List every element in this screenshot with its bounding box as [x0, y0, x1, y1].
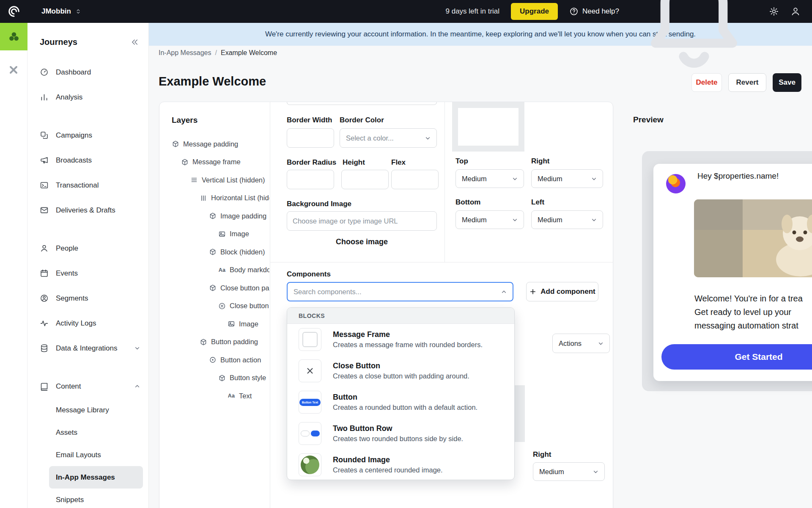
rail-secondary-app[interactable]	[8, 64, 19, 76]
padding-right-label: Right	[531, 157, 549, 166]
sidebar-item-deliveries-drafts[interactable]: Deliveries & Drafts	[27, 198, 148, 223]
megaphone-icon	[40, 156, 49, 165]
revert-button[interactable]: Revert	[728, 73, 766, 92]
layer-node-message-padding[interactable]: Message padding	[159, 135, 269, 153]
account-button[interactable]	[790, 6, 801, 17]
actions-select[interactable]: Actions	[552, 334, 610, 353]
app-logo[interactable]	[0, 0, 27, 23]
swirl-logo-icon	[8, 5, 20, 18]
sidebar-item-label: Activity Logs	[56, 319, 96, 328]
sidebar-item-people[interactable]: People	[27, 236, 148, 261]
database-icon	[40, 344, 49, 353]
padding-right-value: Medium	[538, 175, 562, 183]
actions-value: Actions	[559, 340, 582, 348]
bell-icon	[631, 0, 757, 75]
component-option-two-button-row[interactable]: Two Button Row Creates two rounded butto…	[287, 418, 514, 449]
columns-icon	[200, 194, 207, 202]
choose-image-button[interactable]: Choose image	[287, 237, 437, 246]
upgrade-button[interactable]: Upgrade	[511, 3, 558, 20]
border-radius-input[interactable]	[287, 170, 334, 189]
layer-label: Close button padding	[220, 284, 269, 292]
chevron-up-icon[interactable]	[500, 288, 508, 295]
component-option-button[interactable]: Button Text Button Creates a rounded but…	[287, 387, 514, 418]
add-component-button[interactable]: Add component	[526, 282, 598, 301]
add-component-label: Add component	[540, 287, 595, 296]
sidebar-item-label: Analysis	[56, 93, 82, 102]
component-option-rounded-image[interactable]: Rounded Image Creates a centered rounded…	[287, 449, 514, 480]
padding-right-select[interactable]: Medium	[531, 169, 603, 188]
layer-node-image[interactable]: Image	[159, 225, 269, 243]
sidebar-item-email-layouts[interactable]: Email Layouts	[49, 444, 143, 466]
padding-left-label: Left	[531, 198, 544, 207]
layer-node-message-frame[interactable]: Message frame	[159, 153, 269, 171]
save-button[interactable]: Save	[773, 73, 801, 92]
sidebar-item-assets[interactable]: Assets	[49, 421, 143, 444]
layer-node-text[interactable]: Aa Text	[159, 387, 269, 405]
box-icon	[209, 212, 217, 220]
padding-top-select[interactable]: Medium	[455, 169, 524, 188]
rail-journeys-app[interactable]	[0, 23, 27, 50]
border-width-input[interactable]	[287, 128, 334, 148]
workspace-switcher[interactable]: JMobbin	[41, 7, 82, 16]
terminal-icon	[40, 181, 49, 190]
sidebar-item-content[interactable]: Content	[27, 374, 148, 399]
height-input[interactable]	[341, 170, 389, 189]
sidebar-item-in-app-messages[interactable]: In-App Messages	[49, 466, 143, 489]
flex-input[interactable]	[391, 170, 439, 189]
component-option-close-button[interactable]: Close Button Creates a close button with…	[287, 355, 514, 387]
layer-node-button-action[interactable]: Button action	[159, 351, 269, 369]
header-actions: Delete Revert Save	[691, 73, 801, 92]
layer-node-image-2[interactable]: Image	[159, 315, 269, 333]
chevron-down-icon	[511, 175, 518, 182]
breadcrumb-in-app-messages[interactable]: In-App Messages	[159, 49, 211, 57]
layer-node-close-button-action[interactable]: Close button action	[159, 297, 269, 315]
sidebar-item-data-integrations[interactable]: Data & Integrations	[27, 336, 148, 361]
settings-gear-button[interactable]	[769, 6, 779, 17]
sidebar-item-dashboard[interactable]: Dashboard	[27, 60, 148, 85]
sidebar-item-segments[interactable]: Segments	[27, 286, 148, 311]
preview-message-card: Hey $properties.name! Welcome! You're in…	[653, 164, 812, 381]
sidebar-item-snippets[interactable]: Snippets	[49, 489, 143, 508]
background-image-label: Background Image	[287, 200, 351, 208]
text-icon: Aa	[218, 266, 226, 274]
bottom-right-select[interactable]: Medium	[533, 462, 605, 481]
breadcrumb-current: Example Welcome	[221, 49, 277, 57]
sidebar-item-events[interactable]: Events	[27, 261, 148, 286]
component-option-title: Close Button	[333, 362, 469, 370]
notifications-button[interactable]	[631, 0, 757, 75]
breadcrumb: In-App Messages / Example Welcome	[159, 49, 277, 57]
topbar-right: 9 days left in trial Upgrade Need help?	[446, 0, 812, 75]
padding-left-select[interactable]: Medium	[531, 210, 603, 229]
layer-node-close-button-padding[interactable]: Close button padding	[159, 279, 269, 297]
sidebar-item-analysis[interactable]: Analysis	[27, 85, 148, 110]
border-color-select[interactable]: Select a color...	[340, 128, 437, 148]
padding-bottom-select[interactable]: Medium	[455, 210, 524, 229]
layer-node-image-padding[interactable]: Image padding	[159, 207, 269, 225]
question-circle-icon	[569, 7, 579, 16]
sidebar-item-transactional[interactable]: Transactional	[27, 173, 148, 198]
layer-node-body-markdown[interactable]: Aa Body markdown	[159, 261, 269, 279]
layer-label: Horizontal List (hidden)	[211, 194, 269, 202]
layer-label: Image padding	[220, 212, 266, 220]
component-option-message-frame[interactable]: Message Frame Creates a message frame wi…	[287, 324, 514, 355]
layer-node-horizontal-list[interactable]: Horizontal List (hidden)	[159, 189, 269, 207]
sidebar: Journeys Dashboard Analysis Campaigns Br…	[27, 23, 149, 508]
sidebar-item-label: Events	[56, 269, 78, 278]
background-image-input[interactable]	[287, 211, 437, 231]
preview-greeting: Hey $properties.name!	[697, 171, 779, 181]
layer-label: Vertical List (hidden)	[202, 176, 265, 184]
sidebar-item-broadcasts[interactable]: Broadcasts	[27, 148, 148, 173]
flex-label: Flex	[391, 158, 406, 167]
collapse-sidebar-icon[interactable]	[130, 38, 139, 47]
component-search-input[interactable]	[288, 288, 500, 296]
sidebar-item-campaigns[interactable]: Campaigns	[27, 123, 148, 148]
delete-button[interactable]: Delete	[691, 73, 722, 92]
sidebar-item-activity-logs[interactable]: Activity Logs	[27, 311, 148, 336]
layer-node-button-style[interactable]: Button style	[159, 369, 269, 387]
layer-node-block[interactable]: Block (hidden)	[159, 243, 269, 261]
image-icon	[228, 320, 235, 328]
layer-node-button-padding[interactable]: Button padding	[159, 333, 269, 351]
need-help-button[interactable]: Need help?	[569, 7, 619, 16]
sidebar-item-message-library[interactable]: Message Library	[49, 399, 143, 421]
layer-node-vertical-list[interactable]: Vertical List (hidden)	[159, 171, 269, 189]
